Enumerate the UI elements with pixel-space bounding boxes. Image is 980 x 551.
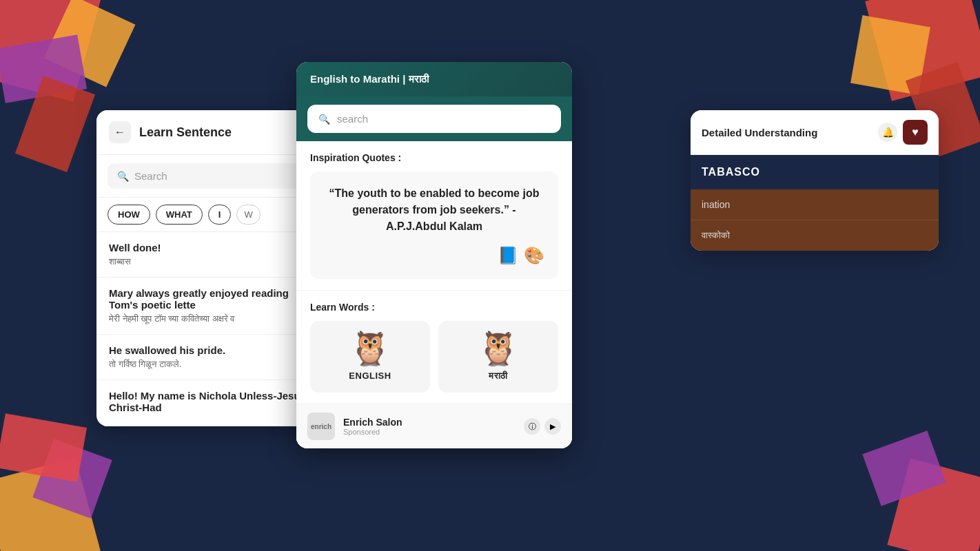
chip-more[interactable]: W xyxy=(236,205,260,225)
quote-text: “The youth to be enabled to become job g… xyxy=(324,185,544,235)
detailed-understanding-card: Detailed Understanding 🔔 ♥ TABASCO inati… xyxy=(691,110,939,251)
search-box-left[interactable]: 🔍 Search xyxy=(108,163,313,189)
learn-words-label: Learn Words : xyxy=(310,302,558,313)
inspiration-label: Inspiration Quotes : xyxy=(310,152,558,163)
bell-icon[interactable]: 🔔 xyxy=(878,123,897,142)
chip-how[interactable]: HOW xyxy=(108,205,150,225)
sentence-mr-0: शाब्बास xyxy=(109,256,312,267)
paint-emoji: 🎨 xyxy=(524,246,544,265)
ad-actions: ⓘ ▶ xyxy=(524,418,561,435)
quote-icons: 📘 🎨 xyxy=(324,246,544,265)
ad-info-icon[interactable]: ⓘ xyxy=(524,418,540,435)
card-mid-search-area: 🔍 search xyxy=(296,96,572,141)
chip-what[interactable]: WHAT xyxy=(156,205,203,225)
english-marathi-card: English to Marathi | मराठी 🔍 search Insp… xyxy=(296,62,572,448)
learn-words-section: Learn Words : 🦉 ENGLISH 🦉 मराठी xyxy=(296,291,572,404)
back-button[interactable]: ← xyxy=(109,121,131,143)
card-right-icons: 🔔 ♥ xyxy=(878,120,928,145)
card-left-search-area: 🔍 Search xyxy=(96,155,324,198)
ad-logo: enrich xyxy=(307,413,335,440)
sentence-en-3: Hello! My name is Nichola Unless-Jesus-C… xyxy=(109,390,312,413)
learn-sentence-card: ← Learn Sentence 🔍 Search HOW WHAT I W W… xyxy=(96,110,324,426)
card-mid-header: English to Marathi | मराठी xyxy=(296,62,572,96)
sentence-en-2: He swallowed his pride. xyxy=(109,344,312,356)
card-left-title: Learn Sentence xyxy=(139,125,232,140)
sentence-en-1: Mary always greatly enjoyed reading Tom'… xyxy=(109,287,312,311)
word-card-marathi-label: मराठी xyxy=(489,371,508,382)
ad-share-icon[interactable]: ▶ xyxy=(544,418,561,435)
marathi-row[interactable]: वास्कोको xyxy=(691,220,939,251)
card-mid-body: Inspiration Quotes : “The youth to be en… xyxy=(296,141,572,448)
inspiration-section: Inspiration Quotes : “The youth to be en… xyxy=(296,141,572,291)
filter-chips: HOW WHAT I W xyxy=(96,198,324,232)
ad-title: Enrich Salon xyxy=(343,417,515,428)
card-right-title: Detailed Understanding xyxy=(702,127,817,138)
ad-text-block: Enrich Salon Sponsored xyxy=(343,417,515,436)
sentence-mr-2: तो गर्विष्ठ गिळून टाकले. xyxy=(109,359,312,370)
sentence-item-0[interactable]: Well done! शाब्बास xyxy=(96,232,324,278)
card-mid-header-title: English to Marathi | मराठी xyxy=(310,73,429,85)
sentence-item-3[interactable]: Hello! My name is Nichola Unless-Jesus-C… xyxy=(96,380,324,426)
search-text-mid: search xyxy=(337,113,368,125)
card-left-header: ← Learn Sentence xyxy=(96,110,324,155)
owl-icon-marathi: 🦉 xyxy=(478,332,519,365)
heart-button[interactable]: ♥ xyxy=(903,120,928,145)
owl-icon-english: 🦉 xyxy=(349,332,391,365)
chip-i[interactable]: I xyxy=(208,205,232,225)
quote-box: “The youth to be enabled to become job g… xyxy=(310,171,558,279)
sentence-mr-1: मेरी नेहमी खूप टॉम च्या कवितेच्या अक्षरे… xyxy=(109,313,312,324)
sentence-item-1[interactable]: Mary always greatly enjoyed reading Tom'… xyxy=(96,278,324,335)
search-icon: 🔍 xyxy=(117,171,129,182)
card-right-header: Detailed Understanding 🔔 ♥ xyxy=(691,110,939,155)
sentence-item-2[interactable]: He swallowed his pride. तो गर्विष्ठ गिळू… xyxy=(96,335,324,380)
word-card-marathi[interactable]: 🦉 मराठी xyxy=(438,321,558,393)
ination-row[interactable]: ination xyxy=(691,189,939,220)
ad-sponsored: Sponsored xyxy=(343,428,515,436)
cards-container: Detailed Understanding 🔔 ♥ TABASCO inati… xyxy=(0,0,980,551)
sentence-list: Well done! शाब्बास Mary always greatly e… xyxy=(96,232,324,426)
search-icon-mid: 🔍 xyxy=(318,114,330,125)
book-emoji: 📘 xyxy=(498,246,518,265)
word-card-english-label: ENGLISH xyxy=(349,371,391,381)
word-cards: 🦉 ENGLISH 🦉 मराठी xyxy=(310,321,558,393)
sentence-en-0: Well done! xyxy=(109,242,312,253)
word-card-english[interactable]: 🦉 ENGLISH xyxy=(310,321,430,393)
search-box-mid[interactable]: 🔍 search xyxy=(307,105,561,133)
search-placeholder-text: Search xyxy=(134,170,167,182)
tabasco-row[interactable]: TABASCO xyxy=(691,155,939,189)
ad-section: enrich Enrich Salon Sponsored ⓘ ▶ xyxy=(296,404,572,448)
